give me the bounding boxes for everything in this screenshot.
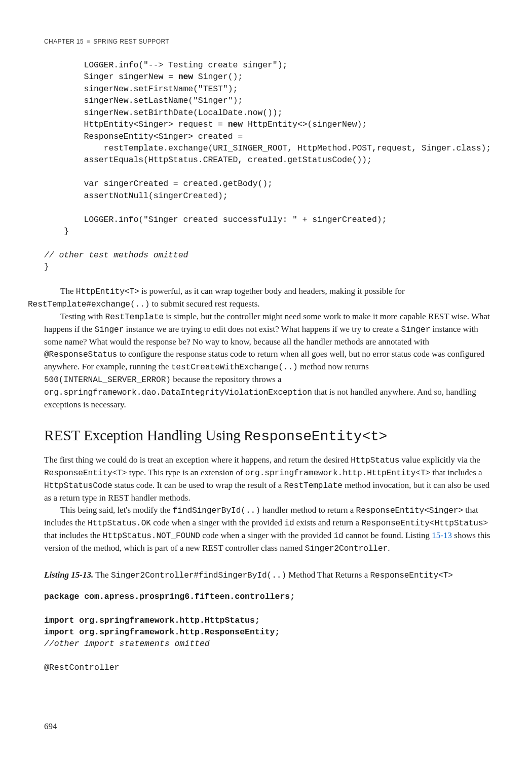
code-block-1: LOGGER.info("--> Testing create singer")… xyxy=(44,59,490,273)
page-header: CHAPTER 15 ■ SPRING REST SUPPORT xyxy=(44,37,490,46)
page-number: 694 xyxy=(44,720,57,733)
body-paragraph: Testing with RestTemplate is simple, but… xyxy=(44,311,490,411)
paragraph-block-2: The first thing we could do is treat an … xyxy=(44,454,490,555)
paragraph-block-1: The HttpEntity<T> is powerful, as it can… xyxy=(44,285,490,411)
separator-icon: ■ xyxy=(87,38,91,45)
code-block-2: package com.apress.prospring6.fifteen.co… xyxy=(44,591,490,674)
body-paragraph: The HttpEntity<T> is powerful, as it can… xyxy=(44,285,490,311)
chapter-label: CHAPTER 15 xyxy=(44,38,84,45)
listing-ref-link[interactable]: 15-13 xyxy=(432,530,452,540)
body-paragraph: This being said, let's modify the findSi… xyxy=(44,504,490,555)
section-heading: REST Exception Handling Using ResponseEn… xyxy=(44,425,490,447)
body-paragraph: The first thing we could do is treat an … xyxy=(44,454,490,504)
listing-caption: Listing 15-13. The Singer2Controller#fin… xyxy=(44,569,490,582)
chapter-title: SPRING REST SUPPORT xyxy=(93,38,169,45)
